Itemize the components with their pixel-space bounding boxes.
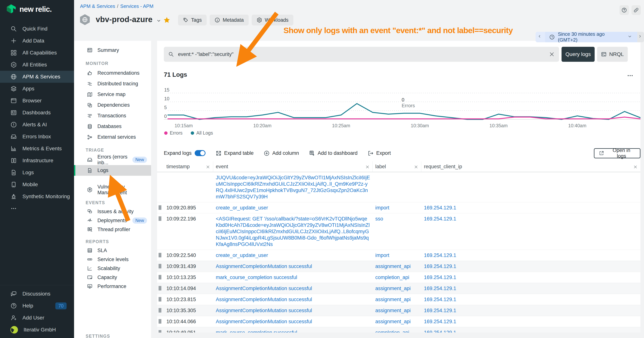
table-row[interactable]: JUQVU&code=eyJraWQiOiJjcGltY29yZV8wOTI1M… (157, 172, 640, 202)
row-marker[interactable] (158, 264, 161, 268)
table-row[interactable]: 10:10:35.305 AssignmentCompletionMutatio… (157, 305, 640, 316)
permalink-button[interactable] (632, 5, 641, 15)
sidebar-item-errors-inbox[interactable]: Errors Inbox (0, 131, 74, 143)
sidebar-item-metrics-events[interactable]: Metrics & Events (0, 143, 74, 155)
table-row[interactable]: 10:10:13.235 mark_course_completion succ… (157, 272, 640, 283)
row-marker[interactable] (158, 319, 161, 323)
cell-ip-link[interactable]: 169.254.129.1 (424, 252, 456, 258)
sidebar-item-add-user[interactable]: Add User (0, 312, 74, 324)
table-row[interactable]: 10:09:20.895 create_or_update_user impor… (157, 202, 640, 213)
table-row[interactable]: 10:10:49.051 mark_course_completion succ… (157, 327, 640, 332)
nrql-button[interactable]: NRQL (597, 47, 628, 62)
remove-column-icon[interactable] (206, 165, 210, 169)
sidebar-item-discussions[interactable]: Discussions (0, 288, 74, 300)
subnav-item-dependencies[interactable]: Dependencies (74, 100, 151, 110)
subnav-item-vulnerability-management[interactable]: Vulnerability Management (74, 184, 151, 195)
row-marker[interactable] (158, 308, 161, 312)
cell-event-link[interactable]: AssignmentCompletionMutation successful (216, 297, 312, 302)
metadata-button[interactable]: Metadata (210, 15, 249, 26)
subnav-item-summary[interactable]: Summary (74, 45, 151, 56)
sidebar-item-help[interactable]: Help 70 (0, 300, 74, 312)
cell-label-link[interactable]: assignment_api (375, 297, 411, 302)
help-button[interactable] (620, 5, 629, 15)
cell-event-link[interactable]: AssignmentCompletionMutation successful (216, 263, 312, 269)
cell-label-link[interactable]: completion_api (375, 274, 409, 280)
subnav-item-scalability[interactable]: Scalability (74, 264, 151, 273)
time-picker-next-button[interactable] (637, 32, 644, 42)
cell-label-link[interactable]: import (375, 205, 389, 211)
cell-ip-link[interactable]: 169.254.129.1 (424, 274, 456, 280)
remove-column-icon[interactable] (414, 165, 418, 169)
column-header-request-client-ip[interactable]: request_client_ip (421, 161, 640, 172)
add-to-dashboard-button[interactable]: Add to dashboard (309, 150, 358, 156)
sidebar-item-more[interactable] (0, 202, 74, 214)
breadcrumb-services-apm[interactable]: Services - APM (120, 3, 154, 9)
row-marker[interactable] (158, 216, 161, 221)
subnav-item-recommendations[interactable]: Recommendations (74, 68, 151, 78)
cell-label-link[interactable]: assignment_api (375, 286, 411, 291)
cell-ip-link[interactable]: 169.254.129.1 (424, 330, 456, 332)
cell-label-link[interactable]: import (375, 252, 389, 258)
table-row[interactable]: 10:09:22.540 create_or_update_user impor… (157, 250, 640, 261)
table-row[interactable]: 10:10:14.094 AssignmentCompletionMutatio… (157, 283, 640, 294)
open-in-logs-button[interactable]: Open in logs (594, 148, 640, 158)
remove-column-icon[interactable] (366, 165, 370, 169)
column-header-timestamp[interactable]: timestamp (157, 161, 213, 172)
sidebar-item-infrastructure[interactable]: Infrastructure (0, 155, 74, 167)
sidebar-item-synthetic-monitoring[interactable]: Synthetic Monitoring (0, 191, 74, 202)
subnav-item-distributed-tracing[interactable]: Distributed tracing (74, 78, 151, 89)
table-row[interactable]: 10:10:23.815 AssignmentCompletionMutatio… (157, 294, 640, 305)
cell-event-link[interactable]: create_or_update_user (216, 205, 268, 211)
column-header-label[interactable]: label (373, 161, 421, 172)
cell-event-link[interactable]: AssignmentCompletionMutation successful (216, 286, 312, 291)
time-picker-dropdown[interactable]: Since 30 minutes ago (GMT+2) (545, 32, 637, 42)
sidebar-item-browser[interactable]: Browser (0, 95, 74, 107)
sidebar-item-all-capabilities[interactable]: All Capabilities (0, 47, 74, 59)
sidebar-item-add-data[interactable]: Add Data (0, 35, 74, 47)
subnav-item-deployments[interactable]: Deployments New (74, 216, 151, 225)
subnav-item-performance[interactable]: Performance (74, 282, 151, 291)
sidebar-item-apps[interactable]: Apps (0, 83, 74, 95)
entity-name[interactable]: vbv-prod-azure (96, 15, 152, 24)
subnav-item-databases[interactable]: Databases (74, 121, 151, 132)
row-marker[interactable] (158, 275, 161, 279)
cell-label-link[interactable]: sso (375, 216, 383, 222)
column-header-event[interactable]: event (213, 161, 373, 172)
new-relic-logo[interactable]: new relic. (6, 4, 52, 15)
sidebar-item-all-entities[interactable]: All Entities (0, 59, 74, 71)
cell-ip-link[interactable]: 169.254.129.1 (424, 286, 456, 291)
cell-event-link[interactable]: mark_course_completion successful (216, 274, 297, 280)
sidebar-item-logs[interactable]: Logs (0, 167, 74, 179)
cell-event-link[interactable]: mark_course_completion successful (216, 330, 297, 332)
remove-column-icon[interactable] (633, 165, 638, 169)
cell-label-link[interactable]: assignment_api (375, 263, 411, 269)
cell-label-link[interactable]: assignment_api (375, 319, 411, 324)
sidebar-item-alerts-ai[interactable]: Alerts & AI (0, 119, 74, 131)
cell-ip-link[interactable]: 169.254.129.1 (424, 216, 456, 222)
cell-ip-link[interactable]: 169.254.129.1 (424, 297, 456, 302)
subnav-item-issues-activity[interactable]: Issues & activity (74, 207, 151, 216)
subnav-item-errors-errors-inb[interactable]: Errors (errors inb... New (74, 154, 151, 165)
subnav-item-service-levels[interactable]: Service levels (74, 255, 151, 264)
cell-event-link[interactable]: JUQVU&code=eyJraWQiOiJjcGltY29yZV8wOTI1M… (216, 175, 370, 199)
logs-volume-chart[interactable]: 15105010:15am10:20am10:25am10:30am10:35a… (164, 82, 640, 137)
expand-logs-toggle[interactable] (195, 150, 206, 156)
cell-ip-link[interactable]: 169.254.129.1 (424, 205, 456, 211)
row-marker[interactable] (158, 330, 161, 332)
row-marker[interactable] (158, 253, 161, 257)
log-search-field[interactable]: event:* -"label":"security" (164, 47, 559, 62)
favorite-star-icon[interactable] (163, 17, 170, 24)
query-logs-button[interactable]: Query logs (562, 47, 595, 62)
legend-item-all-logs[interactable]: All Logs (191, 130, 213, 136)
entity-dropdown-chevron-icon[interactable] (156, 18, 161, 23)
sidebar-item-quick-find[interactable]: Quick Find (0, 23, 74, 35)
cell-label-link[interactable]: assignment_api (375, 308, 411, 313)
subnav-item-thread-profiler[interactable]: Thread profiler (74, 225, 151, 234)
expand-table-button[interactable]: Expand table (216, 150, 254, 156)
clear-search-icon[interactable] (549, 52, 554, 57)
sidebar-item-apm-services[interactable]: APM & Services (0, 71, 74, 83)
subnav-item-service-map[interactable]: Service map (74, 89, 151, 100)
sidebar-item-iterativ-gmbh[interactable]: Iterativ GmbH (0, 324, 74, 336)
export-button[interactable]: Export (368, 150, 391, 156)
row-marker[interactable] (158, 205, 161, 210)
